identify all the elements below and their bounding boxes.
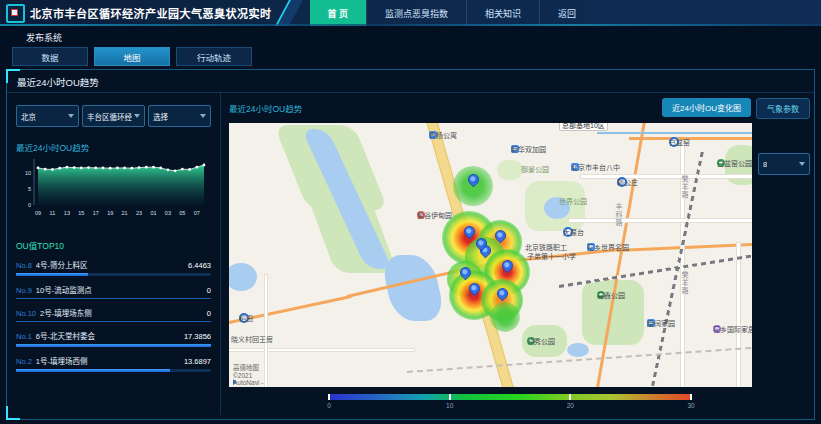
- map-label-text: 领秀公园: [527, 336, 555, 346]
- legend-tick-label: 30: [687, 402, 694, 409]
- publish-tabs: 数据地图行动轨迹: [12, 47, 821, 66]
- map-label-text: 花乡国际家居: [713, 324, 752, 334]
- main-panel: 最近24小时OU趋势 北京丰台区循环经济产选择 最近24小时OU趋势 05100…: [6, 69, 815, 420]
- map-lake-2: [229, 263, 257, 291]
- trend-chart-title: 最近24小时OU趋势: [16, 141, 211, 153]
- legend-tick-label: 0: [327, 402, 331, 409]
- rank-label: No.9: [16, 286, 32, 295]
- map-road-white-3: [581, 175, 752, 178]
- value-bar-fill: [16, 344, 211, 347]
- rank-label: No.10: [16, 309, 36, 318]
- trend-chart: 0510091113151719212301030507: [16, 153, 212, 227]
- ou-value: 17.3856: [184, 332, 211, 341]
- legend-tick-label: 20: [567, 402, 574, 409]
- map-label: 白盆窑: [669, 137, 679, 147]
- publish-system-label: 发布系统: [26, 31, 821, 44]
- top-list-row-line: No.910号-流动监测点0: [16, 284, 211, 295]
- app-window: 北京市丰台区循环经济产业园大气恶臭状况实时 首 页监测点恶臭指数相关知识返回 发…: [0, 0, 821, 424]
- value-bar-fill: [16, 273, 88, 276]
- chevron-down-icon: [200, 114, 206, 118]
- map-label: 新华双加园: [511, 145, 519, 153]
- map-label-text: 丰科路: [613, 203, 623, 227]
- publish-tab-1[interactable]: 地图: [94, 47, 170, 66]
- svg-text:21: 21: [122, 210, 128, 216]
- map-label-text: 郭公庄: [617, 177, 638, 187]
- filters: 北京丰台区循环经济产选择: [16, 105, 211, 127]
- top-list-row: No.910号-流动监测点0: [16, 284, 211, 299]
- map-label-text: 紫谷伊甸园: [417, 210, 452, 220]
- nav-item-1[interactable]: 监测点恶臭指数: [366, 0, 466, 26]
- site-name: 6号-北天堂村委会: [36, 330, 180, 341]
- filter-dropdown-2[interactable]: 选择: [148, 105, 211, 127]
- map-road-orange-3: [629, 137, 752, 140]
- map-label-text: 世界公园: [559, 196, 587, 206]
- value-bar: [16, 273, 211, 276]
- site-name: 1号-填埋场西侧: [36, 355, 180, 366]
- value-bar: [16, 344, 211, 347]
- map-label: 花乡世界名园: [587, 243, 595, 251]
- map-label: 稻田: [239, 313, 249, 323]
- map-label: 康阔家园: [647, 319, 655, 327]
- chevron-down-icon: [134, 114, 140, 118]
- top-list-row-line: No.84号-筛分上料区6.4463: [16, 259, 211, 270]
- map-button-1[interactable]: 气象参数: [756, 98, 810, 119]
- map-label-text: 新华双加园: [511, 144, 546, 154]
- map-button-0[interactable]: 近24小时OU变化图: [662, 98, 751, 117]
- map-label-text: 总部基地10区: [559, 123, 608, 131]
- map-label: 花乡国际家居: [713, 325, 721, 333]
- map-label: 领秀公园: [527, 337, 535, 345]
- filter-dropdown-value: 选择: [153, 111, 168, 122]
- filter-dropdown-0[interactable]: 北京: [16, 105, 79, 127]
- top-list-row: No.21号-填埋场西侧13.6897: [16, 355, 211, 372]
- map-pond-south: [567, 343, 589, 357]
- brand: 北京市丰台区循环经济产业园大气恶臭状况实时: [0, 4, 272, 23]
- svg-text:09: 09: [35, 210, 41, 216]
- publish-tab-0[interactable]: 数据: [12, 47, 88, 66]
- legend-gradient-bar: [329, 394, 691, 400]
- map-header: 最近24小时OU趋势 近24小时OU变化图气象参数: [229, 93, 810, 123]
- filter-dropdown-1[interactable]: 丰台区循环经济产: [82, 105, 145, 127]
- legend-tick-mark: [328, 394, 330, 400]
- map-road-white-5: [229, 349, 414, 351]
- hour-select[interactable]: 8: [758, 153, 810, 175]
- svg-text:11: 11: [50, 210, 56, 216]
- hour-select-value: 8: [763, 160, 767, 169]
- chevron-down-icon: [68, 114, 74, 118]
- map-label-text: 樊羊路: [679, 271, 689, 295]
- site-name: 10号-流动监测点: [36, 284, 203, 295]
- map-park-small: [497, 160, 523, 180]
- top-bar: 北京市丰台区循环经济产业园大气恶臭状况实时 首 页监测点恶臭指数相关知识返回: [0, 0, 821, 26]
- nav-item-3[interactable]: 返回: [539, 0, 594, 26]
- map-label-text: 康阔家园: [647, 318, 675, 328]
- app-title: 北京市丰台区循环经济产业园大气恶臭状况实时: [30, 5, 272, 21]
- value-bar: [16, 321, 211, 322]
- svg-text:19: 19: [107, 210, 113, 216]
- site-name: 4号-筛分上料区: [36, 259, 184, 270]
- chevron-down-icon: [799, 162, 805, 166]
- publish-tab-2[interactable]: 行动轨迹: [176, 47, 252, 66]
- legend-tick-mark: [690, 394, 692, 400]
- ou-value: 13.6897: [184, 357, 211, 366]
- ou-color-legend: 0102030: [329, 394, 691, 412]
- map-label: 郭公庄: [617, 177, 627, 187]
- map-row: 高德地图 ©2021 AutoNavi - GS(2021)6375号 青杨公寓…: [229, 123, 810, 387]
- rank-label: No.1: [16, 332, 32, 341]
- heatmap-blob: [490, 302, 520, 332]
- site-name: 2号-填埋场东侧: [40, 307, 203, 318]
- map-label: 青杨公寓: [429, 131, 437, 139]
- top-list: No.84号-筛分上料区6.4463No.910号-流动监测点0No.102号-…: [16, 259, 211, 372]
- nav-item-0[interactable]: 首 页: [310, 0, 367, 26]
- top-list-row: No.84号-筛分上料区6.4463: [16, 259, 211, 276]
- svg-text:07: 07: [194, 210, 200, 216]
- svg-text:01: 01: [150, 210, 156, 216]
- map-label-text: 青杨公寓: [429, 130, 457, 140]
- map-label: 北京市丰台八中: [571, 163, 579, 171]
- ou-value: 0: [207, 309, 211, 318]
- map-label-text: 御景公园: [521, 164, 549, 174]
- nav-item-2[interactable]: 相关知识: [466, 0, 539, 26]
- nav: 首 页监测点恶臭指数相关知识返回: [310, 0, 595, 26]
- top-list-row-line: No.16号-北天堂村委会17.3856: [16, 330, 211, 341]
- svg-text:13: 13: [64, 210, 70, 216]
- top-list-title: OU值TOP10: [16, 239, 211, 251]
- map[interactable]: 高德地图 ©2021 AutoNavi - GS(2021)6375号 青杨公寓…: [229, 123, 752, 387]
